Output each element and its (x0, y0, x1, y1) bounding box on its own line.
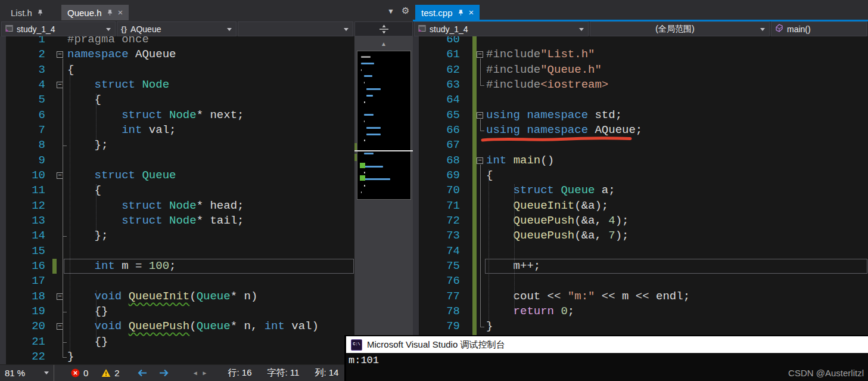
member-dropdown[interactable] (238, 21, 353, 36)
right-tab-strip: test.cpp × (413, 0, 868, 21)
arrow-right-icon (158, 368, 169, 377)
code-line[interactable]: 75 m++; (419, 259, 868, 274)
code-line[interactable]: 66using namespace AQueue; (419, 123, 868, 138)
code-line[interactable]: 79} (419, 319, 868, 334)
error-indicator[interactable]: 0 (71, 368, 88, 378)
minimap-code-line (366, 88, 381, 90)
next-tab-button[interactable]: ► (202, 370, 208, 376)
code-line[interactable]: 4− struct Node (6, 78, 354, 92)
pin-icon[interactable] (458, 9, 464, 16)
code-line[interactable]: 15 (6, 244, 354, 259)
change-indicator (52, 183, 57, 198)
chevron-down-icon (227, 28, 232, 31)
code-line[interactable]: 64 (419, 92, 868, 107)
fold-marker[interactable]: − (57, 293, 63, 300)
warning-indicator[interactable]: 2 (101, 368, 119, 378)
code-line[interactable]: 20− void QueuePush(Queue* n, int val) (6, 319, 354, 334)
right-code-editor[interactable]: 6061−#include"List.h"62#include"Queue.h"… (413, 36, 868, 365)
code-line[interactable]: 63#include<iostream> (419, 78, 868, 92)
code-text (485, 138, 486, 153)
tab-queue-h[interactable]: Queue.h × (61, 5, 129, 20)
code-line[interactable]: 70 struct Queue a; (419, 183, 868, 198)
code-line[interactable]: 7 int val; (6, 123, 354, 138)
code-text: struct Queue (65, 168, 176, 183)
code-line[interactable]: 19 {} (6, 304, 354, 319)
prev-tab-button[interactable]: ◄ (192, 370, 198, 376)
code-line[interactable]: 61−#include"List.h" (419, 47, 868, 62)
code-line[interactable]: 9 (6, 153, 354, 168)
scope-name: (全局范围) (655, 24, 694, 35)
project-dropdown[interactable]: study_1_4 (1, 21, 116, 36)
code-line[interactable]: 5 { (6, 92, 354, 107)
fold-marker[interactable]: − (477, 112, 483, 119)
minimap[interactable] (357, 51, 411, 200)
nav-back-button[interactable] (138, 368, 148, 377)
project-dropdown[interactable]: study_1_4 (414, 21, 589, 36)
chevron-down-icon (579, 28, 584, 31)
code-line[interactable]: 17 (6, 274, 354, 289)
console-window[interactable]: C:\ Microsoft Visual Studio 调试控制台 m:101 … (344, 335, 868, 381)
change-indicator (472, 213, 477, 228)
code-line[interactable]: 16 int m = 100; (6, 259, 354, 274)
console-title-bar[interactable]: C:\ Microsoft Visual Studio 调试控制台 (346, 335, 868, 353)
code-line[interactable]: 10− struct Queue (6, 168, 354, 183)
line-number: 11 (6, 183, 45, 198)
settings-gear-icon[interactable]: ⚙ (402, 5, 409, 16)
fold-marker[interactable]: − (57, 172, 63, 179)
code-line[interactable]: 22} (6, 349, 354, 364)
code-line[interactable]: 69{ (419, 168, 868, 183)
pin-icon[interactable] (37, 9, 43, 16)
tab-overflow-button[interactable]: ▼ (387, 7, 394, 16)
code-line[interactable]: 71 QueueInit(&a); (419, 199, 868, 213)
code-line[interactable]: 18− void QueueInit(Queue* n) (6, 289, 354, 304)
scope-dropdown[interactable]: (全局范围) (590, 21, 770, 36)
change-indicator (472, 289, 477, 304)
code-line[interactable]: 68−int main() (419, 153, 868, 168)
code-line[interactable]: 77 cout << "m:" << m << endl; (419, 289, 868, 304)
code-line[interactable]: 1#pragma once (6, 36, 354, 47)
code-line[interactable]: 78 return 0; (419, 304, 868, 319)
code-line[interactable]: 74 (419, 244, 868, 259)
code-line[interactable]: 73 QueuePush(&a, 7); (419, 228, 868, 243)
code-text: namespace AQueue (65, 47, 176, 62)
code-line[interactable]: 72 QueuePush(&a, 4); (419, 213, 868, 228)
code-line[interactable]: 67 (419, 138, 868, 153)
scope-dropdown[interactable]: {} AQueue (117, 21, 237, 36)
zoom-level-dropdown[interactable]: 81 % (0, 365, 54, 381)
code-line[interactable]: 13 struct Node* tail; (6, 213, 354, 228)
line-number: 10 (6, 168, 45, 183)
code-line[interactable]: 12 struct Node* head; (6, 199, 354, 213)
code-line[interactable]: 2−namespace AQueue (6, 47, 354, 62)
code-line[interactable]: 21 {} (6, 334, 354, 349)
nav-forward-button[interactable] (158, 368, 169, 377)
console-output: m:101 (346, 353, 868, 368)
char-position: 字符: 11 (267, 367, 300, 379)
code-line[interactable]: 62#include"Queue.h" (419, 63, 868, 78)
left-code-editor[interactable]: 1#pragma once2−namespace AQueue3{4− stru… (0, 36, 354, 365)
pin-icon[interactable] (107, 9, 113, 16)
tab-list-h[interactable]: List.h (5, 5, 49, 20)
fold-marker[interactable]: − (57, 82, 63, 88)
code-line[interactable]: 60 (419, 36, 868, 47)
code-line[interactable]: 6 struct Node* next; (6, 108, 354, 123)
code-line[interactable]: 3{ (6, 63, 354, 78)
split-panes-button[interactable] (354, 21, 413, 36)
close-icon[interactable]: × (118, 8, 123, 17)
code-line[interactable]: 65−using namespace std; (419, 108, 868, 123)
close-icon[interactable]: × (469, 8, 474, 17)
fold-marker[interactable]: − (477, 157, 483, 164)
code-line[interactable]: 8 }; (6, 138, 354, 153)
tab-test-cpp[interactable]: test.cpp × (415, 5, 480, 20)
console-body[interactable]: m:101 CSDN @Austerlitzl (346, 353, 868, 381)
code-line[interactable]: 14 }; (6, 228, 354, 243)
minimap-viewport-line (354, 150, 413, 151)
fold-marker[interactable]: − (57, 323, 63, 330)
scroll-up-button[interactable]: ▲ (354, 36, 413, 51)
minimap-code-line (361, 56, 371, 58)
project-name: study_1_4 (17, 24, 55, 34)
member-dropdown[interactable]: main() (771, 21, 867, 36)
code-line[interactable]: 76 (419, 274, 868, 289)
code-line[interactable]: 11 { (6, 183, 354, 198)
fold-marker[interactable]: − (477, 51, 483, 58)
fold-marker[interactable]: − (57, 51, 63, 58)
